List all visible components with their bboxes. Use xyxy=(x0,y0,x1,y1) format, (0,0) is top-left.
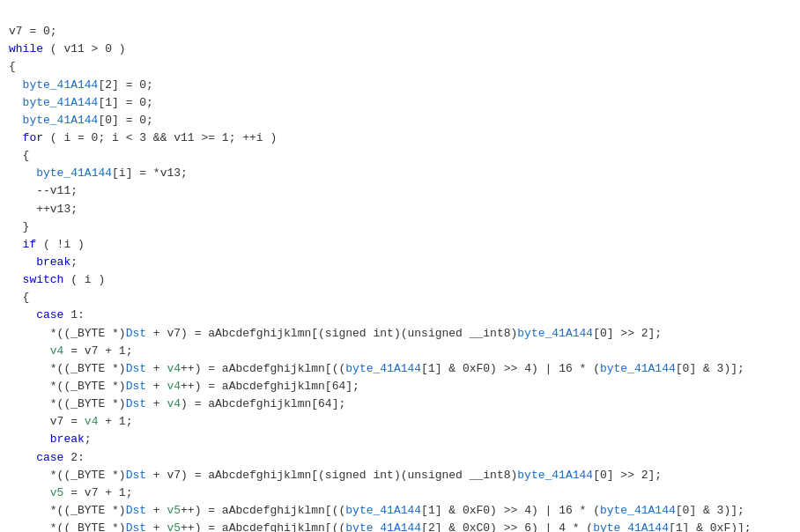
code-line: --v11; xyxy=(9,182,791,200)
code-line: { xyxy=(9,289,791,307)
code-token: ) = aAbcdefghijklmn[64]; xyxy=(181,397,345,410)
code-token: [0] >> 2]; xyxy=(593,469,662,482)
code-token: [2] & 0xC0) >> 6) | 4 * ( xyxy=(421,521,593,532)
code-token: ++) = aAbcdefghijklmn[(( xyxy=(181,362,345,375)
code-token: Dst xyxy=(126,469,146,482)
code-token xyxy=(9,273,23,286)
code-token: case xyxy=(36,451,63,464)
code-token: + v7) = aAbcdefghijklmn[(signed int)(uns… xyxy=(146,469,517,482)
code-token: break xyxy=(36,255,70,269)
code-token: = v7 + 1; xyxy=(63,344,132,358)
code-token: + xyxy=(146,504,167,517)
code-line: switch ( i ) xyxy=(9,271,791,289)
code-line: break; xyxy=(9,254,791,271)
code-token xyxy=(9,166,36,180)
code-token: *((_BYTE *) xyxy=(9,469,126,482)
code-line: for ( i = 0; i < 3 && v11 >= 1; ++i ) xyxy=(9,129,791,147)
code-token xyxy=(9,78,23,92)
code-token: + xyxy=(146,380,167,393)
code-line: break; xyxy=(9,431,791,448)
code-viewer: v7 = 0;while ( v11 > 0 ){ byte_41A144[2]… xyxy=(0,0,800,532)
code-token: case xyxy=(36,308,63,321)
code-line: while ( v11 > 0 ) xyxy=(9,41,791,58)
code-token: v4 xyxy=(167,397,181,410)
code-line: byte_41A144[1] = 0; xyxy=(9,94,791,112)
code-line: *((_BYTE *)Dst + v5++) = aAbcdefghijklmn… xyxy=(9,520,791,532)
code-line: byte_41A144[0] = 0; xyxy=(9,112,791,129)
code-token: [0] = 0; xyxy=(98,114,152,127)
code-line: *((_BYTE *)Dst + v7) = aAbcdefghijklmn[(… xyxy=(9,325,791,343)
code-token: Dst xyxy=(126,397,146,410)
code-line: *((_BYTE *)Dst + v7) = aAbcdefghijklmn[(… xyxy=(9,467,791,484)
code-token: [2] = 0; xyxy=(98,78,152,92)
code-token xyxy=(9,255,36,269)
code-token: *((_BYTE *) xyxy=(9,380,126,393)
code-token: [0] & 3)]; xyxy=(676,504,744,517)
code-line: case 2: xyxy=(9,449,791,467)
code-token: } xyxy=(9,220,29,233)
code-token: + xyxy=(146,362,167,375)
code-token: [0] >> 2]; xyxy=(593,327,662,340)
code-token: v5 xyxy=(167,521,181,532)
code-line: v4 = v7 + 1; xyxy=(9,343,791,360)
code-token xyxy=(9,451,36,464)
code-token: 2: xyxy=(63,451,84,464)
code-token: byte_41A144 xyxy=(345,521,421,532)
code-token: byte_41A144 xyxy=(23,78,99,92)
code-token: [1] & 0xF0) >> 4) | 16 * ( xyxy=(421,362,600,375)
code-token: *((_BYTE *) xyxy=(9,504,126,517)
code-token: ( i = 0; i < 3 && v11 >= 1; ++i ) xyxy=(43,131,277,144)
code-token: v4 xyxy=(167,380,181,393)
code-token: byte_41A144 xyxy=(345,362,421,375)
code-token: ++) = aAbcdefghijklmn[(( xyxy=(181,504,345,517)
code-token: ++v13; xyxy=(9,203,78,216)
code-token: v7 = xyxy=(9,415,85,428)
code-token: byte_41A144 xyxy=(600,362,676,375)
code-token: --v11; xyxy=(9,184,78,197)
code-token: { xyxy=(9,149,29,162)
code-token: byte_41A144 xyxy=(517,469,593,482)
code-line: *((_BYTE *)Dst + v4++) = aAbcdefghijklmn… xyxy=(9,378,791,395)
code-token xyxy=(9,131,23,144)
code-token: byte_41A144 xyxy=(23,114,99,127)
code-token xyxy=(9,432,50,446)
code-line: *((_BYTE *)Dst + v5++) = aAbcdefghijklmn… xyxy=(9,502,791,520)
code-token xyxy=(9,486,50,499)
code-token: byte_41A144 xyxy=(345,504,421,517)
code-token xyxy=(9,96,23,109)
code-token: break xyxy=(50,432,85,446)
code-token: byte_41A144 xyxy=(36,166,112,180)
code-token: v4 xyxy=(50,344,64,358)
code-token: ; xyxy=(85,432,92,446)
code-token: *((_BYTE *) xyxy=(9,362,126,375)
code-token: { xyxy=(9,60,16,73)
code-line: { xyxy=(9,147,791,165)
code-token: + 1; xyxy=(98,415,132,428)
code-line: if ( !i ) xyxy=(9,236,791,254)
code-token: [0] & 3)]; xyxy=(676,362,744,375)
code-line: v7 = v4 + 1; xyxy=(9,413,791,431)
code-token: ( v11 > 0 ) xyxy=(43,42,126,55)
code-token: ( i ) xyxy=(63,273,105,286)
code-token: Dst xyxy=(126,380,146,393)
code-line: ++v13; xyxy=(9,201,791,218)
code-token: v7 = 0; xyxy=(9,25,57,38)
code-token: v5 xyxy=(50,486,64,499)
code-line: *((_BYTE *)Dst + v4++) = aAbcdefghijklmn… xyxy=(9,360,791,378)
code-token: Dst xyxy=(126,504,146,517)
code-token: 1: xyxy=(63,308,84,321)
code-token: Dst xyxy=(126,521,146,532)
code-line: } xyxy=(9,218,791,236)
code-token: switch xyxy=(23,273,64,286)
code-token: v4 xyxy=(167,362,181,375)
code-token: ( !i ) xyxy=(36,238,85,251)
code-token: while xyxy=(9,42,43,55)
code-line: byte_41A144[2] = 0; xyxy=(9,77,791,94)
code-token: + xyxy=(146,397,167,410)
code-token: if xyxy=(23,238,37,251)
code-token: ++) = aAbcdefghijklmn[(( xyxy=(181,521,345,532)
code-token: v4 xyxy=(85,415,99,428)
code-token: byte_41A144 xyxy=(23,96,99,109)
code-token: byte_41A144 xyxy=(600,504,676,517)
code-token: [i] = *v13; xyxy=(112,166,188,180)
